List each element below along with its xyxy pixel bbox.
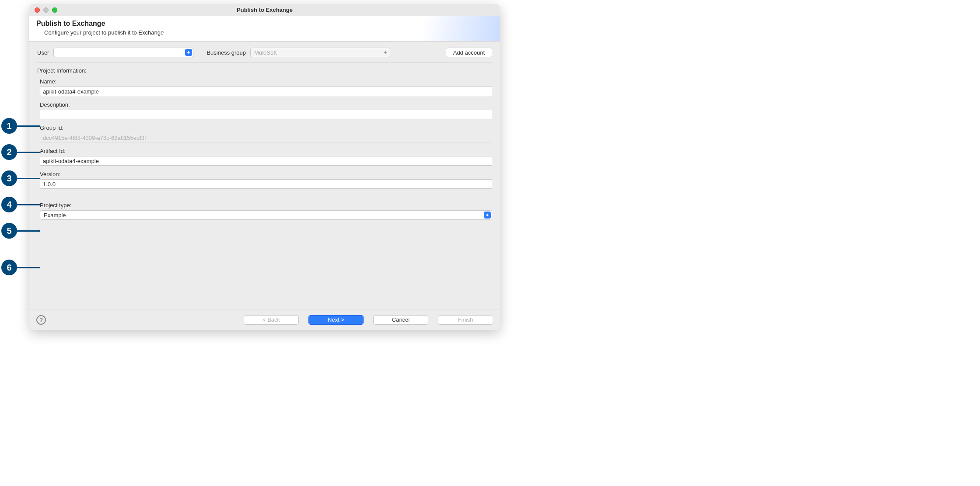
group-id-group: Group Id: <box>37 125 492 142</box>
version-label: Version: <box>40 171 492 177</box>
window-title: Publish to Exchange <box>29 7 500 13</box>
business-group-value: MuleSoft <box>254 49 276 56</box>
finish-button: Finish <box>438 315 493 325</box>
back-label: < Back <box>262 316 280 323</box>
project-type-group: Project type: Example <box>37 202 492 220</box>
user-label: User <box>37 49 49 56</box>
project-type-label: Project type: <box>40 202 492 208</box>
callout-badge: 4 <box>1 197 17 212</box>
callout-badge: 6 <box>1 260 17 275</box>
next-label: Next > <box>328 316 344 323</box>
chevron-updown-icon <box>185 49 192 56</box>
help-icon[interactable]: ? <box>36 315 46 325</box>
description-input[interactable] <box>40 110 492 119</box>
name-input[interactable] <box>40 87 492 96</box>
name-label: Name: <box>40 78 492 85</box>
titlebar: Publish to Exchange <box>29 4 500 16</box>
description-label: Description: <box>40 101 492 108</box>
dialog-footer: ? < Back Next > Cancel Finish <box>29 309 500 330</box>
back-button: < Back <box>244 315 299 325</box>
cancel-button[interactable]: Cancel <box>373 315 428 325</box>
zoom-icon[interactable] <box>52 7 57 13</box>
callout-badge: 2 <box>1 144 17 160</box>
artifact-id-input[interactable] <box>40 156 492 166</box>
version-group: Version: <box>37 171 492 189</box>
project-info-header: Project Information: <box>37 67 492 74</box>
project-type-select[interactable]: Example <box>40 210 492 220</box>
user-select[interactable] <box>53 48 193 57</box>
business-group-label: Business group <box>206 49 246 56</box>
finish-label: Finish <box>458 316 473 323</box>
publish-to-exchange-dialog: Publish to Exchange Publish to Exchange … <box>29 4 500 330</box>
account-row: User Business group MuleSoft <box>37 48 492 63</box>
project-type-value: Example <box>44 212 66 219</box>
page-title: Publish to Exchange <box>36 20 493 28</box>
callout-badge: 5 <box>1 223 17 239</box>
add-account-label: Add account <box>453 49 485 56</box>
cancel-label: Cancel <box>392 316 410 323</box>
minimize-icon <box>43 7 49 13</box>
description-group: Description: <box>37 101 492 119</box>
artifact-id-group: Artifact Id: <box>37 148 492 166</box>
business-group-select: MuleSoft <box>250 48 390 57</box>
page-subtitle: Configure your project to publish it to … <box>44 29 493 36</box>
next-button[interactable]: Next > <box>308 315 364 325</box>
add-account-button[interactable]: Add account <box>446 48 492 57</box>
group-id-label: Group Id: <box>40 125 492 131</box>
callout-badge: 3 <box>1 170 17 186</box>
artifact-id-label: Artifact Id: <box>40 148 492 154</box>
version-input[interactable] <box>40 179 492 189</box>
chevron-updown-icon <box>382 49 389 56</box>
chevron-updown-icon <box>484 212 491 219</box>
window-controls <box>35 7 57 13</box>
dialog-header: Publish to Exchange Configure your proje… <box>29 16 500 42</box>
callout-badge: 1 <box>1 118 17 134</box>
group-id-input <box>40 133 492 142</box>
name-group: Name: <box>37 78 492 96</box>
dialog-content: User Business group MuleSoft <box>29 42 500 231</box>
close-icon[interactable] <box>35 7 40 13</box>
